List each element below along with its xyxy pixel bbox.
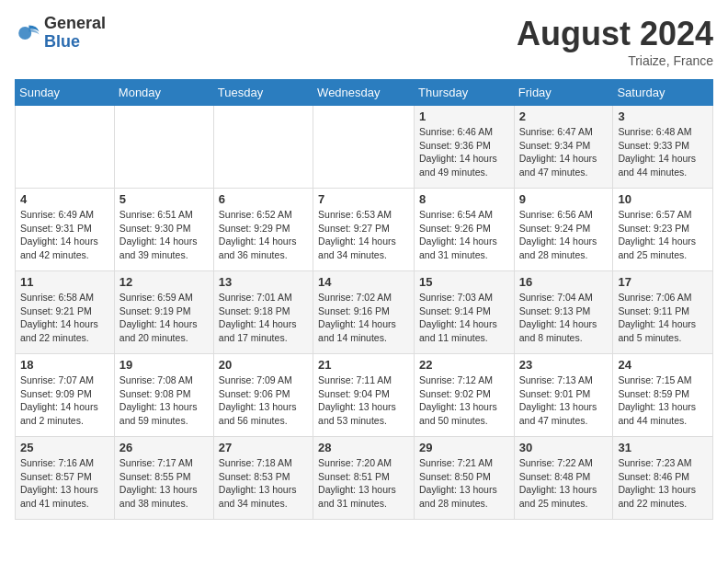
day-info: Sunrise: 7:06 AMSunset: 9:11 PMDaylight:… bbox=[618, 291, 708, 345]
day-info: Sunrise: 7:15 AMSunset: 8:59 PMDaylight:… bbox=[618, 373, 708, 428]
day-info: Sunrise: 6:53 AMSunset: 9:27 PMDaylight:… bbox=[318, 208, 409, 262]
calendar-cell: 5Sunrise: 6:51 AMSunset: 9:30 PMDaylight… bbox=[114, 189, 213, 271]
calendar-cell: 10Sunrise: 6:57 AMSunset: 9:23 PMDayligh… bbox=[613, 189, 713, 271]
column-header-sunday: Sunday bbox=[16, 80, 115, 106]
calendar-cell: 18Sunrise: 7:07 AMSunset: 9:09 PMDayligh… bbox=[16, 354, 115, 437]
day-number: 21 bbox=[318, 358, 409, 372]
day-info: Sunrise: 6:51 AMSunset: 9:30 PMDaylight:… bbox=[119, 208, 209, 262]
day-number: 8 bbox=[419, 192, 509, 206]
logo: General Blue bbox=[15, 15, 106, 52]
calendar-week-row: 25Sunrise: 7:16 AMSunset: 8:57 PMDayligh… bbox=[16, 437, 713, 520]
calendar-cell bbox=[114, 106, 213, 189]
calendar-week-row: 4Sunrise: 6:49 AMSunset: 9:31 PMDaylight… bbox=[16, 189, 713, 271]
calendar-header-row: SundayMondayTuesdayWednesdayThursdayFrid… bbox=[16, 80, 713, 106]
day-info: Sunrise: 7:18 AMSunset: 8:53 PMDaylight:… bbox=[219, 456, 308, 511]
calendar-cell bbox=[213, 106, 313, 189]
day-number: 30 bbox=[519, 441, 609, 454]
calendar-cell: 7Sunrise: 6:53 AMSunset: 9:27 PMDaylight… bbox=[313, 189, 415, 271]
day-number: 22 bbox=[419, 358, 509, 372]
column-header-monday: Monday bbox=[114, 80, 213, 106]
page-header: General Blue August 2024 Triaize, France bbox=[15, 15, 713, 68]
calendar-cell: 19Sunrise: 7:08 AMSunset: 9:08 PMDayligh… bbox=[114, 354, 213, 437]
day-number: 5 bbox=[119, 192, 209, 206]
calendar-cell: 16Sunrise: 7:04 AMSunset: 9:13 PMDayligh… bbox=[514, 271, 613, 354]
day-number: 9 bbox=[519, 192, 609, 206]
day-info: Sunrise: 7:17 AMSunset: 8:55 PMDaylight:… bbox=[119, 456, 209, 511]
calendar-cell bbox=[16, 106, 115, 189]
day-info: Sunrise: 7:08 AMSunset: 9:08 PMDaylight:… bbox=[119, 373, 209, 428]
day-number: 29 bbox=[419, 441, 509, 454]
calendar-cell: 30Sunrise: 7:22 AMSunset: 8:48 PMDayligh… bbox=[514, 437, 613, 520]
day-info: Sunrise: 7:23 AMSunset: 8:46 PMDaylight:… bbox=[618, 456, 708, 511]
column-header-friday: Friday bbox=[514, 80, 613, 106]
calendar-cell: 4Sunrise: 6:49 AMSunset: 9:31 PMDaylight… bbox=[16, 189, 115, 271]
calendar-cell bbox=[313, 106, 415, 189]
day-number: 25 bbox=[20, 441, 109, 454]
calendar-cell: 28Sunrise: 7:20 AMSunset: 8:51 PMDayligh… bbox=[313, 437, 415, 520]
day-info: Sunrise: 7:09 AMSunset: 9:06 PMDaylight:… bbox=[219, 373, 308, 428]
day-number: 12 bbox=[119, 275, 209, 289]
calendar-cell: 31Sunrise: 7:23 AMSunset: 8:46 PMDayligh… bbox=[613, 437, 713, 520]
column-header-tuesday: Tuesday bbox=[213, 80, 313, 106]
day-number: 7 bbox=[318, 192, 409, 206]
day-info: Sunrise: 7:04 AMSunset: 9:13 PMDaylight:… bbox=[519, 291, 609, 345]
calendar-cell: 27Sunrise: 7:18 AMSunset: 8:53 PMDayligh… bbox=[213, 437, 313, 520]
title-block: August 2024 Triaize, France bbox=[517, 15, 713, 68]
logo-text: General Blue bbox=[44, 15, 106, 52]
day-number: 23 bbox=[519, 358, 609, 372]
day-number: 31 bbox=[618, 441, 708, 454]
day-number: 3 bbox=[618, 109, 708, 123]
logo-icon bbox=[15, 20, 40, 46]
day-info: Sunrise: 6:57 AMSunset: 9:23 PMDaylight:… bbox=[618, 208, 708, 262]
day-number: 13 bbox=[219, 275, 308, 289]
calendar-cell: 20Sunrise: 7:09 AMSunset: 9:06 PMDayligh… bbox=[213, 354, 313, 437]
day-info: Sunrise: 7:03 AMSunset: 9:14 PMDaylight:… bbox=[419, 291, 509, 345]
calendar-table: SundayMondayTuesdayWednesdayThursdayFrid… bbox=[15, 79, 713, 520]
calendar-cell: 14Sunrise: 7:02 AMSunset: 9:16 PMDayligh… bbox=[313, 271, 415, 354]
day-number: 20 bbox=[219, 358, 308, 372]
day-number: 10 bbox=[618, 192, 708, 206]
calendar-cell: 8Sunrise: 6:54 AMSunset: 9:26 PMDaylight… bbox=[415, 189, 515, 271]
day-info: Sunrise: 7:11 AMSunset: 9:04 PMDaylight:… bbox=[318, 373, 409, 428]
month-year: August 2024 bbox=[517, 15, 713, 53]
calendar-cell: 15Sunrise: 7:03 AMSunset: 9:14 PMDayligh… bbox=[415, 271, 515, 354]
calendar-cell: 21Sunrise: 7:11 AMSunset: 9:04 PMDayligh… bbox=[313, 354, 415, 437]
day-info: Sunrise: 7:07 AMSunset: 9:09 PMDaylight:… bbox=[20, 373, 109, 428]
day-number: 27 bbox=[219, 441, 308, 454]
calendar-cell: 23Sunrise: 7:13 AMSunset: 9:01 PMDayligh… bbox=[514, 354, 613, 437]
calendar-cell: 11Sunrise: 6:58 AMSunset: 9:21 PMDayligh… bbox=[16, 271, 115, 354]
day-number: 16 bbox=[519, 275, 609, 289]
calendar-week-row: 1Sunrise: 6:46 AMSunset: 9:36 PMDaylight… bbox=[16, 106, 713, 189]
calendar-cell: 26Sunrise: 7:17 AMSunset: 8:55 PMDayligh… bbox=[114, 437, 213, 520]
calendar-cell: 9Sunrise: 6:56 AMSunset: 9:24 PMDaylight… bbox=[514, 189, 613, 271]
day-info: Sunrise: 6:48 AMSunset: 9:33 PMDaylight:… bbox=[618, 125, 708, 179]
calendar-week-row: 18Sunrise: 7:07 AMSunset: 9:09 PMDayligh… bbox=[16, 354, 713, 437]
day-info: Sunrise: 7:01 AMSunset: 9:18 PMDaylight:… bbox=[219, 291, 308, 345]
day-number: 4 bbox=[20, 192, 109, 206]
calendar-cell: 12Sunrise: 6:59 AMSunset: 9:19 PMDayligh… bbox=[114, 271, 213, 354]
day-info: Sunrise: 7:13 AMSunset: 9:01 PMDaylight:… bbox=[519, 373, 609, 428]
calendar-cell: 29Sunrise: 7:21 AMSunset: 8:50 PMDayligh… bbox=[415, 437, 515, 520]
day-number: 2 bbox=[519, 109, 609, 123]
day-info: Sunrise: 7:12 AMSunset: 9:02 PMDaylight:… bbox=[419, 373, 509, 428]
day-info: Sunrise: 7:21 AMSunset: 8:50 PMDaylight:… bbox=[419, 456, 509, 511]
column-header-saturday: Saturday bbox=[613, 80, 713, 106]
day-info: Sunrise: 6:49 AMSunset: 9:31 PMDaylight:… bbox=[20, 208, 109, 262]
day-info: Sunrise: 6:47 AMSunset: 9:34 PMDaylight:… bbox=[519, 125, 609, 179]
day-info: Sunrise: 6:58 AMSunset: 9:21 PMDaylight:… bbox=[20, 291, 109, 345]
day-number: 14 bbox=[318, 275, 409, 289]
day-number: 1 bbox=[419, 109, 509, 123]
day-info: Sunrise: 7:02 AMSunset: 9:16 PMDaylight:… bbox=[318, 291, 409, 345]
day-number: 28 bbox=[318, 441, 409, 454]
logo-blue: Blue bbox=[44, 33, 106, 52]
calendar-cell: 1Sunrise: 6:46 AMSunset: 9:36 PMDaylight… bbox=[415, 106, 515, 189]
calendar-cell: 3Sunrise: 6:48 AMSunset: 9:33 PMDaylight… bbox=[613, 106, 713, 189]
column-header-wednesday: Wednesday bbox=[313, 80, 415, 106]
calendar-cell: 6Sunrise: 6:52 AMSunset: 9:29 PMDaylight… bbox=[213, 189, 313, 271]
day-info: Sunrise: 7:22 AMSunset: 8:48 PMDaylight:… bbox=[519, 456, 609, 511]
day-info: Sunrise: 6:54 AMSunset: 9:26 PMDaylight:… bbox=[419, 208, 509, 262]
day-number: 19 bbox=[119, 358, 209, 372]
calendar-cell: 25Sunrise: 7:16 AMSunset: 8:57 PMDayligh… bbox=[16, 437, 115, 520]
calendar-cell: 13Sunrise: 7:01 AMSunset: 9:18 PMDayligh… bbox=[213, 271, 313, 354]
calendar-cell: 2Sunrise: 6:47 AMSunset: 9:34 PMDaylight… bbox=[514, 106, 613, 189]
